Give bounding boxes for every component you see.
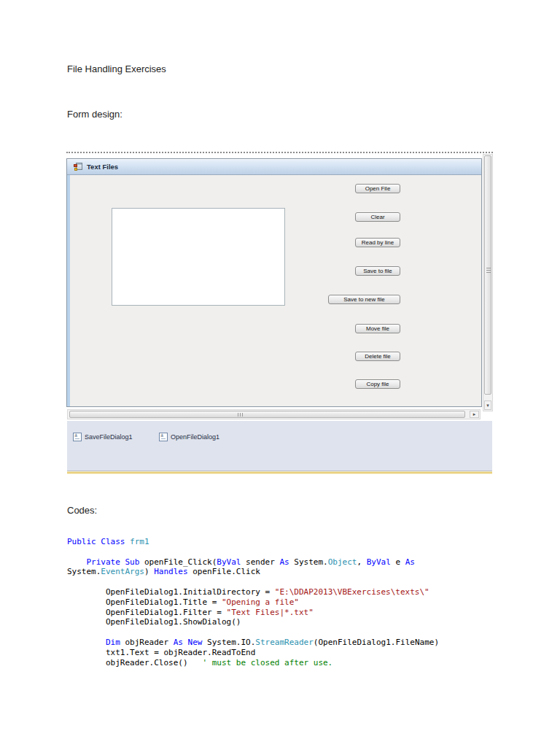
form-designer-screenshot: Text Files Open FileClearRead by lineSav… bbox=[66, 152, 493, 419]
dialog-component-icon bbox=[73, 433, 82, 441]
component-tray: SaveFileDialog1OpenFileDialog1 bbox=[67, 421, 492, 471]
tray-item-savefiledialog1[interactable]: SaveFileDialog1 bbox=[73, 433, 133, 441]
code-line: Dim objReader As New System.IO.StreamRea… bbox=[67, 638, 439, 648]
code-line: OpenFileDialog1.Title = "Opening a file" bbox=[67, 597, 439, 608]
vertical-scrollbar[interactable]: ▾ bbox=[483, 154, 493, 411]
chevron-right-icon: ▸ bbox=[473, 411, 476, 417]
button-delete-file[interactable]: Delete file bbox=[355, 352, 400, 361]
form-design-label: Form design: bbox=[67, 109, 122, 120]
scroll-right-button[interactable]: ▸ bbox=[470, 411, 479, 418]
code-line: System.EventArgs) Handles openFile.Click bbox=[67, 567, 439, 577]
scroll-down-button[interactable]: ▾ bbox=[484, 400, 491, 410]
code-line bbox=[67, 547, 439, 557]
horizontal-scrollbar[interactable]: ▸ bbox=[67, 409, 481, 419]
tray-item-openfiledialog1[interactable]: OpenFileDialog1 bbox=[159, 433, 219, 441]
code-line: OpenFileDialog1.InitialDirectory = "E:\D… bbox=[67, 587, 439, 597]
codes-label: Codes: bbox=[67, 505, 97, 516]
scrollbar-grip-icon bbox=[238, 413, 244, 417]
code-line: objReader.Close() ' must be closed after… bbox=[67, 658, 439, 668]
form-titlebar[interactable]: Text Files bbox=[67, 159, 481, 175]
form-left-edge bbox=[67, 175, 70, 406]
code-line: OpenFileDialog1.ShowDialog() bbox=[67, 617, 439, 627]
code-line bbox=[67, 577, 439, 587]
multiline-textbox[interactable] bbox=[112, 208, 285, 306]
chevron-down-icon: ▾ bbox=[486, 403, 489, 409]
dialog-component-icon bbox=[159, 433, 168, 441]
button-clear[interactable]: Clear bbox=[355, 212, 400, 222]
code-block: Public Class frm1 Private Sub openFile_C… bbox=[67, 537, 439, 667]
page-title: File Handling Exercises bbox=[67, 63, 166, 74]
tray-item-label: OpenFileDialog1 bbox=[171, 433, 219, 441]
form-title: Text Files bbox=[87, 163, 118, 171]
code-line: Public Class frm1 bbox=[67, 537, 439, 547]
divider-band bbox=[67, 471, 492, 474]
code-line bbox=[67, 627, 439, 638]
designer-form-window: Text Files Open FileClearRead by lineSav… bbox=[66, 158, 482, 407]
form-icon bbox=[74, 163, 82, 171]
tray-item-label: SaveFileDialog1 bbox=[85, 433, 133, 441]
code-line: txt1.Text = objReader.ReadToEnd bbox=[67, 648, 439, 658]
designer-selection-border bbox=[66, 152, 493, 153]
horizontal-scrollbar-thumb[interactable] bbox=[69, 411, 465, 418]
button-move-file[interactable]: Move file bbox=[355, 324, 400, 333]
button-copy-file[interactable]: Copy file bbox=[355, 379, 400, 389]
button-open-file[interactable]: Open File bbox=[355, 184, 400, 193]
button-read-by-line[interactable]: Read by line bbox=[355, 238, 400, 247]
code-line: OpenFileDialog1.Filter = "Text Files|*.t… bbox=[67, 608, 439, 618]
button-save-to-file[interactable]: Save to file bbox=[355, 266, 400, 276]
vertical-scrollbar-thumb[interactable] bbox=[484, 155, 491, 395]
code-line: Private Sub openFile_Click(ByVal sender … bbox=[67, 557, 439, 568]
button-save-to-new-file[interactable]: Save to new file bbox=[328, 295, 400, 304]
document-page: File Handling Exercises Form design: Tex… bbox=[0, 0, 560, 747]
scrollbar-grip-icon bbox=[486, 268, 491, 274]
